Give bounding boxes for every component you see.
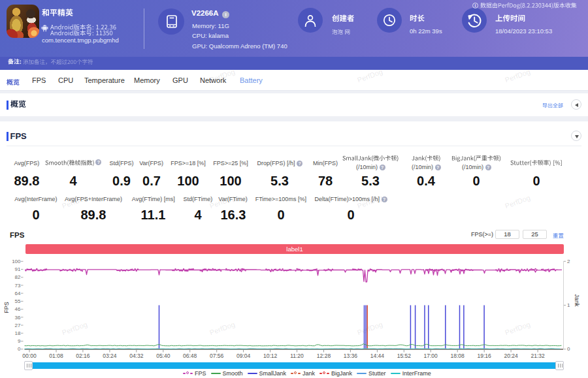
svg-text:12:28: 12:28 (317, 353, 331, 359)
svg-text:18:08: 18:08 (451, 353, 465, 359)
svg-text:82: 82 (15, 274, 21, 280)
svg-text:1: 1 (567, 302, 570, 308)
svg-text:17:00: 17:00 (424, 353, 438, 359)
svg-text:2: 2 (567, 259, 570, 264)
svg-text:91: 91 (15, 266, 21, 272)
svg-text:10:12: 10:12 (263, 353, 278, 359)
svg-text:73: 73 (15, 283, 21, 289)
svg-text:27: 27 (15, 323, 21, 328)
svg-text:100: 100 (12, 259, 21, 264)
svg-text:09:04: 09:04 (237, 353, 251, 359)
svg-text:21:32: 21:32 (531, 353, 545, 359)
svg-text:36: 36 (15, 315, 21, 321)
svg-text:03:24: 03:24 (103, 353, 117, 359)
svg-text:9: 9 (18, 338, 21, 344)
svg-text:11:20: 11:20 (290, 353, 304, 359)
svg-text:46: 46 (15, 306, 21, 312)
svg-text:0: 0 (567, 346, 570, 352)
svg-text:13:36: 13:36 (344, 353, 358, 359)
svg-text:00:00: 00:00 (22, 353, 37, 359)
svg-text:04:32: 04:32 (129, 353, 144, 359)
svg-text:15:52: 15:52 (397, 353, 412, 359)
svg-text:FPS: FPS (3, 302, 10, 313)
svg-text:05:40: 05:40 (156, 353, 171, 359)
svg-text:Jank: Jank (574, 294, 580, 307)
svg-text:02:16: 02:16 (76, 353, 90, 359)
svg-text:07:56: 07:56 (210, 353, 224, 359)
svg-text:20:24: 20:24 (504, 353, 518, 359)
svg-text:0: 0 (18, 346, 21, 352)
svg-text:06:48: 06:48 (183, 353, 197, 359)
svg-text:55: 55 (15, 298, 21, 304)
svg-text:19:16: 19:16 (478, 353, 492, 359)
svg-text:01:08: 01:08 (49, 353, 63, 359)
svg-text:18: 18 (15, 330, 21, 336)
svg-text:64: 64 (15, 291, 21, 296)
svg-text:14:44: 14:44 (370, 353, 385, 359)
